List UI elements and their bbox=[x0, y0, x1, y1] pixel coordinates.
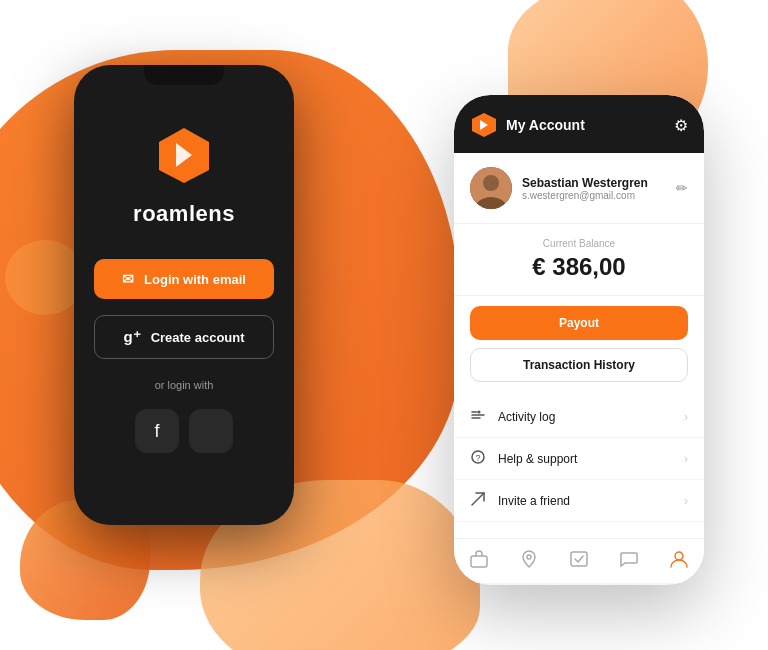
user-section: Sebastian Westergren s.westergren@gmail.… bbox=[454, 153, 704, 224]
settings-icon[interactable]: ⚙ bbox=[674, 116, 688, 135]
payout-button[interactable]: Payout bbox=[470, 306, 688, 340]
avatar-image bbox=[470, 167, 512, 209]
activity-log-label: Activity log bbox=[498, 410, 684, 424]
nav-briefcase[interactable] bbox=[469, 549, 489, 569]
dark-phone-notch bbox=[144, 65, 224, 85]
nav-checkmark[interactable] bbox=[569, 549, 589, 569]
svg-point-15 bbox=[527, 555, 531, 559]
roamlens-wordmark: roamlens bbox=[133, 201, 235, 227]
edit-icon[interactable]: ✏ bbox=[676, 180, 688, 196]
svg-rect-16 bbox=[571, 552, 587, 566]
add-person-icon: g⁺ bbox=[123, 328, 140, 346]
help-support-icon: ? bbox=[470, 449, 498, 468]
balance-section: Current Balance € 386,00 bbox=[454, 224, 704, 296]
dark-phone: roamlens ✉ Login with email g⁺ Create ac… bbox=[74, 65, 294, 525]
bottom-nav bbox=[454, 538, 704, 583]
white-phone: My Account ⚙ Sebastian Westergren s.west… bbox=[454, 95, 704, 585]
balance-amount: € 386,00 bbox=[470, 253, 688, 281]
svg-point-5 bbox=[483, 175, 499, 191]
user-name: Sebastian Westergren bbox=[522, 176, 666, 190]
invite-friend-label: Invite a friend bbox=[498, 494, 684, 508]
email-icon: ✉ bbox=[122, 271, 134, 287]
nav-chat[interactable] bbox=[619, 549, 639, 569]
transaction-history-button[interactable]: Transaction History bbox=[470, 348, 688, 382]
facebook-button[interactable]: f bbox=[135, 409, 179, 453]
svg-text:?: ? bbox=[475, 453, 480, 463]
svg-line-13 bbox=[472, 493, 484, 505]
or-login-with-text: or login with bbox=[155, 379, 214, 391]
activity-log-item[interactable]: Activity log › bbox=[454, 396, 704, 438]
balance-label: Current Balance bbox=[470, 238, 688, 249]
header-left: My Account bbox=[470, 111, 585, 139]
help-support-chevron: › bbox=[684, 452, 688, 466]
activity-log-chevron: › bbox=[684, 410, 688, 424]
social-buttons: f bbox=[135, 409, 233, 453]
nav-person[interactable] bbox=[669, 549, 689, 569]
roamlens-hex-logo bbox=[154, 125, 214, 185]
login-email-button[interactable]: ✉ Login with email bbox=[94, 259, 274, 299]
my-account-title: My Account bbox=[506, 117, 585, 133]
create-account-button[interactable]: g⁺ Create account bbox=[94, 315, 274, 359]
svg-point-10 bbox=[478, 411, 481, 414]
phones-wrapper: roamlens ✉ Login with email g⁺ Create ac… bbox=[44, 35, 724, 615]
white-phone-header: My Account ⚙ bbox=[454, 95, 704, 153]
nav-location[interactable] bbox=[519, 549, 539, 569]
help-support-label: Help & support bbox=[498, 452, 684, 466]
help-support-item[interactable]: ? Help & support › bbox=[454, 438, 704, 480]
dark-phone-content: roamlens ✉ Login with email g⁺ Create ac… bbox=[74, 85, 294, 473]
svg-rect-14 bbox=[471, 556, 487, 567]
user-info: Sebastian Westergren s.westergren@gmail.… bbox=[522, 176, 666, 201]
menu-section: Activity log › ? Help & support › bbox=[454, 392, 704, 538]
user-email: s.westergren@gmail.com bbox=[522, 190, 666, 201]
invite-friend-chevron: › bbox=[684, 494, 688, 508]
invite-friend-item[interactable]: Invite a friend › bbox=[454, 480, 704, 522]
invite-friend-icon bbox=[470, 491, 498, 510]
facebook-icon: f bbox=[154, 421, 159, 442]
header-logo bbox=[470, 111, 498, 139]
apple-button[interactable] bbox=[189, 409, 233, 453]
activity-log-icon bbox=[470, 407, 498, 426]
avatar bbox=[470, 167, 512, 209]
svg-point-17 bbox=[675, 552, 683, 560]
white-phone-body: Sebastian Westergren s.westergren@gmail.… bbox=[454, 153, 704, 583]
